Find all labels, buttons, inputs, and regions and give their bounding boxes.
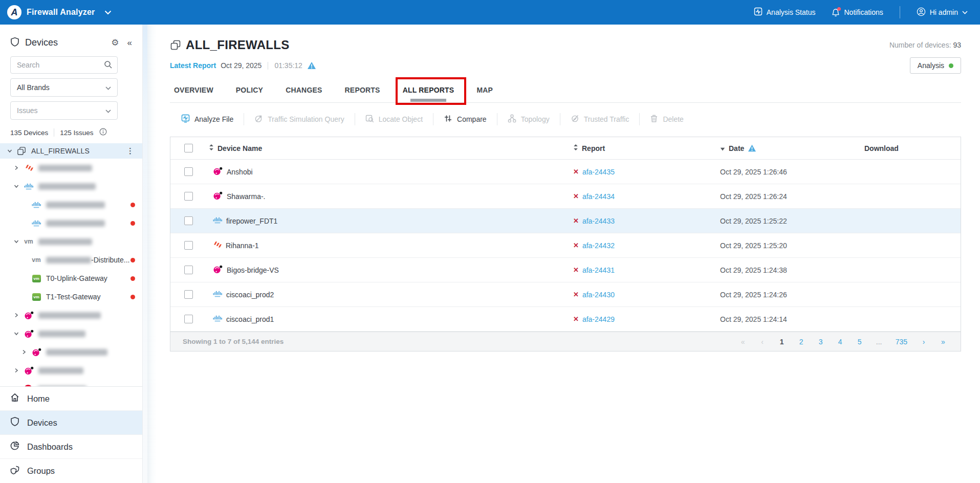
sort-icon[interactable] xyxy=(209,144,214,152)
analysis-status-button[interactable]: Analysis Status xyxy=(754,7,816,17)
report-link[interactable]: afa-24432 xyxy=(582,242,615,250)
chevron-down-icon[interactable] xyxy=(14,184,19,189)
table-row[interactable]: Bigos-bridge-VS ✕ afa-24431 Oct 29, 2025… xyxy=(170,258,961,282)
column-header-report[interactable]: Report xyxy=(582,144,605,152)
tab-overview[interactable]: OVERVIEW xyxy=(170,78,225,102)
app-switcher-chevron-icon[interactable] xyxy=(104,10,112,15)
tab-all-reports[interactable]: ALL REPORTS xyxy=(391,78,466,102)
sidebar-item-home[interactable]: Home xyxy=(0,387,142,411)
notifications-button[interactable]: Notifications xyxy=(832,8,883,17)
pagination-page-3[interactable]: 3 xyxy=(818,338,824,346)
table-row-highlighted[interactable]: firepower_FDT1 ✕ afa-24433 Oct 29, 2025 … xyxy=(170,209,961,233)
locate-object-icon xyxy=(365,114,374,124)
gear-icon[interactable]: ⚙ xyxy=(111,38,119,47)
row-checkbox[interactable] xyxy=(184,315,193,323)
chevron-right-icon[interactable] xyxy=(14,368,19,373)
tree-item[interactable] xyxy=(0,343,142,361)
pagination-page-1[interactable]: 1 xyxy=(779,338,785,346)
row-checkbox[interactable] xyxy=(184,241,193,250)
table-row[interactable]: ciscoaci_prod2 ✕ afa-24430 Oct 29, 2025 … xyxy=(170,282,961,307)
chevron-down-icon[interactable] xyxy=(14,239,19,244)
tree-item[interactable]: vm xyxy=(0,232,142,251)
trusted-traffic-button[interactable]: Trusted Traffic xyxy=(560,114,640,124)
traffic-simulation-query-button[interactable]: Traffic Simulation Query xyxy=(244,114,354,124)
report-link[interactable]: afa-24435 xyxy=(582,168,615,176)
pagination-prev[interactable]: ‹ xyxy=(759,338,766,346)
sort-desc-icon[interactable] xyxy=(720,144,725,152)
dashboard-icon xyxy=(10,441,20,453)
tree-item[interactable] xyxy=(0,195,142,214)
pagination-first[interactable]: « xyxy=(740,338,746,346)
chevron-right-icon[interactable] xyxy=(21,349,27,355)
row-checkbox[interactable] xyxy=(184,192,193,201)
page-title: ALL_FIREWALLS xyxy=(186,38,290,52)
pagination-page-735[interactable]: 735 xyxy=(896,338,907,346)
report-link[interactable]: afa-24434 xyxy=(582,192,615,201)
tree-item[interactable] xyxy=(0,159,142,177)
divider xyxy=(268,62,268,70)
chevron-down-icon[interactable] xyxy=(14,331,19,336)
tree-item[interactable]: vm -Distribute... xyxy=(0,251,142,269)
sidebar-item-groups[interactable]: Groups xyxy=(0,459,142,483)
table-row[interactable]: Shawarma-. ✕ afa-24434 Oct 29, 2025 1:26… xyxy=(170,184,961,209)
brand-filter-select[interactable]: All Brands xyxy=(10,78,118,97)
sidebar-item-devices[interactable]: Devices xyxy=(0,411,142,435)
sort-icon[interactable] xyxy=(573,144,578,152)
tree-item[interactable] xyxy=(0,177,142,195)
row-checkbox[interactable] xyxy=(184,266,193,274)
table-row[interactable]: ciscoaci_prod1 ✕ afa-24429 Oct 29, 2025 … xyxy=(170,307,961,332)
chevron-right-icon[interactable] xyxy=(14,165,19,170)
warning-triangle-icon[interactable] xyxy=(748,144,756,152)
cisco-icon xyxy=(31,202,41,208)
search-input[interactable] xyxy=(10,56,118,74)
user-menu[interactable]: Hi admin xyxy=(917,7,968,18)
analysis-button[interactable]: Analysis xyxy=(910,57,961,74)
sidebar-item-dashboards[interactable]: Dashboards xyxy=(0,435,142,459)
topology-button[interactable]: Topology xyxy=(497,114,560,124)
report-link[interactable]: afa-24431 xyxy=(582,266,615,274)
warning-triangle-icon[interactable] xyxy=(307,61,316,70)
tab-policy[interactable]: POLICY xyxy=(225,78,274,102)
analysis-status-icon xyxy=(754,7,763,17)
issues-filter-select[interactable]: Issues xyxy=(10,101,118,120)
tab-map[interactable]: MAP xyxy=(465,78,504,102)
delete-button[interactable]: Delete xyxy=(640,114,693,124)
row-checkbox[interactable] xyxy=(184,167,193,176)
pagination-page-2[interactable]: 2 xyxy=(798,338,804,346)
table-row[interactable]: Rihanna-1 ✕ afa-24432 Oct 29, 2025 1:25:… xyxy=(170,233,961,258)
info-icon[interactable] xyxy=(99,128,107,137)
compare-button[interactable]: Compare xyxy=(433,114,497,124)
device-name: Anshobi xyxy=(227,168,253,176)
latest-report-link[interactable]: Latest Report xyxy=(170,61,216,70)
tree-item[interactable] xyxy=(0,361,142,380)
pagination-next[interactable]: › xyxy=(921,338,927,346)
tree-item-t0-uplink-gateway[interactable]: vm T0-Uplink-Gateway xyxy=(0,269,142,288)
tree-root-all-firewalls[interactable]: ALL_FIREWALLS ⋮ xyxy=(0,143,142,159)
tab-changes[interactable]: CHANGES xyxy=(274,78,333,102)
tree-item[interactable]: f5 xyxy=(0,380,142,386)
column-header-date[interactable]: Date xyxy=(729,144,744,152)
tree-item[interactable] xyxy=(0,324,142,343)
report-link[interactable]: afa-24433 xyxy=(582,217,615,225)
row-checkbox[interactable] xyxy=(184,216,193,225)
pagination-page-5[interactable]: 5 xyxy=(857,338,863,346)
locate-object-button[interactable]: Locate Object xyxy=(355,114,433,124)
pagination-page-4[interactable]: 4 xyxy=(837,338,843,346)
analyze-file-button[interactable]: Analyze File xyxy=(170,114,244,124)
tree-item[interactable] xyxy=(0,214,142,232)
collapse-sidebar-icon[interactable]: « xyxy=(127,38,132,47)
column-header-device-name[interactable]: Device Name xyxy=(217,144,262,152)
report-link[interactable]: afa-24429 xyxy=(582,315,615,323)
tree-item-t1-test-gateway[interactable]: vm T1-Test-Gateway xyxy=(0,288,142,306)
row-checkbox[interactable] xyxy=(184,290,193,299)
chevron-right-icon[interactable] xyxy=(14,313,19,318)
sidebar-scroll-gutter[interactable] xyxy=(142,25,147,483)
kebab-menu-icon[interactable]: ⋮ xyxy=(123,146,137,156)
report-link[interactable]: afa-24430 xyxy=(582,291,615,299)
table-row[interactable]: Anshobi ✕ afa-24435 Oct 29, 2025 1:26:46 xyxy=(170,160,961,184)
tree-item[interactable] xyxy=(0,306,142,324)
alert-status-dot xyxy=(130,221,135,226)
tab-reports[interactable]: REPORTS xyxy=(334,78,391,102)
pagination-last[interactable]: » xyxy=(940,338,946,346)
select-all-checkbox[interactable] xyxy=(184,144,193,152)
